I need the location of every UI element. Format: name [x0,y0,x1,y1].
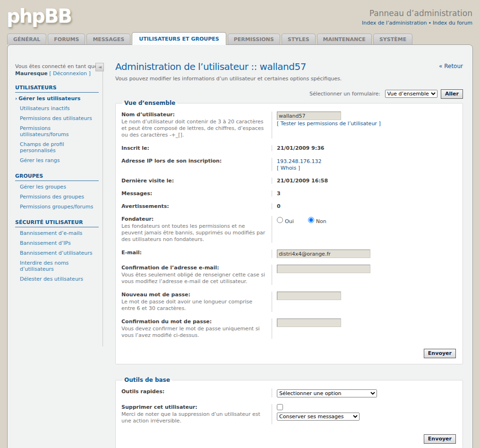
row-email-confirm: Confirmation de l’adresse e-mail: Vous ê… [121,261,457,288]
email-label: E-mail: [121,250,267,256]
tab-bar: GÉNÉRAL FORUMS MESSAGES UTILISATEURS ET … [5,32,472,44]
sidebar-item-ban-emails[interactable]: Bannissement d’e-mails [15,228,99,238]
row-warnings: Avertissements: 0 [121,200,457,213]
basic-tools-fieldset: Outils de base Outils rapides: Sélection… [115,377,463,448]
quick-tools-label: Outils rapides: [121,388,267,395]
founder-label: Fondateur: [121,216,267,222]
founder-no-label[interactable]: Non [316,218,326,224]
section-title-groups: GROUPES [15,173,99,181]
password-confirm-label: Confirmation du mot de passe: [121,319,267,325]
logout-link[interactable]: [ Déconnexion ] [49,70,90,77]
founder-no-radio[interactable] [308,217,314,223]
registered-value: 21/01/2009 9:36 [277,145,324,151]
sidebar-item-manage-users[interactable]: ›Gérer les utilisateurs [15,94,99,103]
tab-system[interactable]: SYSTÈME [373,34,412,44]
founder-help: Les fondateurs ont toutes les permission… [121,223,267,243]
sidebar-section-users: UTILISATEURS ›Gérer les utilisateurs Uti… [15,85,99,165]
username-label: Nom d’utilisateur: [121,112,267,118]
sidebar-section-user-security: SÉCURITÉ UTILISATEUR Bannissement d’e-ma… [15,219,99,284]
email-confirm-field[interactable] [277,265,370,273]
row-last-visit: Dernière visite le: 21/01/2009 16:58 [121,174,457,187]
header-links: Index de l’administration•Index du forum [362,20,472,26]
last-visit-label: Dernière visite le: [121,178,267,184]
sidebar-section-groups: GROUPES Gérer les groupes Permissions de… [15,173,99,212]
whois-link[interactable]: [ Whois ] [277,165,457,171]
quick-tools-dropdown[interactable]: Sélectionner une option [277,389,377,397]
ip-label: Adresse IP lors de son inscription: [121,158,267,164]
delete-user-checkbox[interactable] [277,404,283,410]
sidebar-item-user-forum-permissions[interactable]: Permissions utilisateurs/forums [15,123,99,139]
row-founder: Fondateur: Les fondateurs ont toutes les… [121,213,457,246]
sidebar-item-ban-users[interactable]: Bannissement d’utilisateurs [15,248,99,258]
back-link[interactable]: « Retour [439,63,463,69]
row-delete-user: Supprimer cet utilisateur: Merci de note… [121,401,457,428]
new-password-help: Le mot de passe doit avoir une longueur … [121,299,267,312]
delete-mode-dropdown[interactable]: Conserver ses messages [277,413,360,421]
sidebar-item-inactive-users[interactable]: Utilisateurs inactifs [15,103,99,113]
tab-general[interactable]: GÉNÉRAL [7,34,46,44]
sidebar-item-disallow-usernames[interactable]: Interdire des noms d’utilisateurs [15,258,99,274]
sidebar-collapse-button[interactable]: ◄ [95,63,104,71]
basic-tools-legend: Outils de base [122,377,172,383]
email-field[interactable] [277,250,370,258]
links-separator: • [428,20,431,26]
row-registered: Inscrit le: 21/01/2009 9:36 [121,142,457,155]
page-header: phpBB Panneau d’administration Index de … [0,0,480,44]
current-username: Mauresque [15,70,48,77]
main-panel: ◄ Vous êtes connecté en tant que Mauresq… [7,44,473,448]
section-title-users: UTILISATEURS [15,85,99,93]
phpbb-logo[interactable]: phpBB [5,3,71,29]
sidebar-item-ban-ips[interactable]: Bannissement d’IPs [15,238,99,248]
overview-fieldset: Vue d’ensemble Nom d’utilisateur: Le nom… [115,100,463,364]
founder-yes-label[interactable]: Oui [285,218,294,224]
test-permissions-link[interactable]: [ Tester les permissions de l’utilisateu… [277,121,381,127]
row-username: Nom d’utilisateur: Le nom d’utilisateur … [121,108,457,142]
username-help: Le nom d’utilisateur doit contenir de 3 … [121,119,267,138]
form-selector-row: Sélectionner un formulaire: Vue d’ensemb… [115,89,463,99]
warnings-value: 0 [277,203,281,209]
tools-submit-button[interactable]: Envoyer [424,434,456,444]
sidebar-item-manage-ranks[interactable]: Gérer les rangs [15,155,99,165]
collapse-arrow-icon: ◄ [98,64,102,69]
messages-label: Messages: [121,190,267,197]
tab-messages[interactable]: MESSAGES [86,34,130,44]
row-password-confirm: Confirmation du mot de passe: Vous devez… [121,315,457,342]
row-new-password: Nouveau mot de passe: Le mot de passe do… [121,288,457,315]
row-ip: Adresse IP lors de son inscription: 193.… [121,155,457,174]
sidebar-item-group-forum-permissions[interactable]: Permissions groupes/forums [15,202,99,212]
tab-forums[interactable]: FORUMS [48,34,85,44]
messages-value: 3 [277,190,281,197]
admin-index-link[interactable]: Index de l’administration [362,20,427,26]
tab-styles[interactable]: STYLES [282,34,316,44]
forum-index-link[interactable]: Index du forum [433,20,472,26]
tab-users-groups[interactable]: UTILISATEURS ET GROUPES [132,32,226,45]
sidebar-item-user-permissions[interactable]: Permissions des utilisateurs [15,113,99,123]
delete-user-help: Merci de noter que la suppression d’un u… [121,411,267,424]
founder-yes-radio[interactable] [277,217,283,223]
page-subtitle: Vous pouvez modifier les informations d’… [115,76,463,82]
delete-user-label: Supprimer cet utilisateur: [121,404,267,410]
sidebar: ◄ Vous êtes connecté en tant que Mauresq… [8,45,108,448]
email-confirm-label: Confirmation de l’adresse e-mail: [121,265,267,271]
username-field[interactable] [277,112,341,120]
ip-address-link[interactable]: 193.248.176.132 [277,158,457,164]
new-password-label: Nouveau mot de passe: [121,292,267,298]
admin-panel-title: Panneau d’administration [362,9,472,18]
overview-legend: Vue d’ensemble [122,100,177,106]
password-confirm-help: Vous devez confirmer le mot de passe uni… [121,326,267,339]
sidebar-item-manage-groups[interactable]: Gérer les groupes [15,182,99,192]
go-button[interactable]: Aller [441,89,463,99]
tab-permissions[interactable]: PERMISSIONS [228,34,280,44]
logged-in-status: Vous êtes connecté en tant que Mauresque… [15,63,99,77]
row-email: E-mail: [121,246,457,261]
new-password-field[interactable] [277,292,341,300]
form-selector-dropdown[interactable]: Vue d’ensemble [385,90,437,98]
warnings-label: Avertissements: [121,203,267,209]
sidebar-item-custom-profile-fields[interactable]: Champs de profil personnalisés [15,139,99,155]
tab-maintenance[interactable]: MAINTENANCE [317,34,372,44]
overview-submit-button[interactable]: Envoyer [424,349,456,358]
sidebar-item-prune-users[interactable]: Délester des utilisateurs [15,274,99,284]
sidebar-item-group-permissions[interactable]: Permissions des groupes [15,192,99,202]
password-confirm-field[interactable] [277,319,341,327]
section-title-user-security: SÉCURITÉ UTILISATEUR [15,219,99,227]
